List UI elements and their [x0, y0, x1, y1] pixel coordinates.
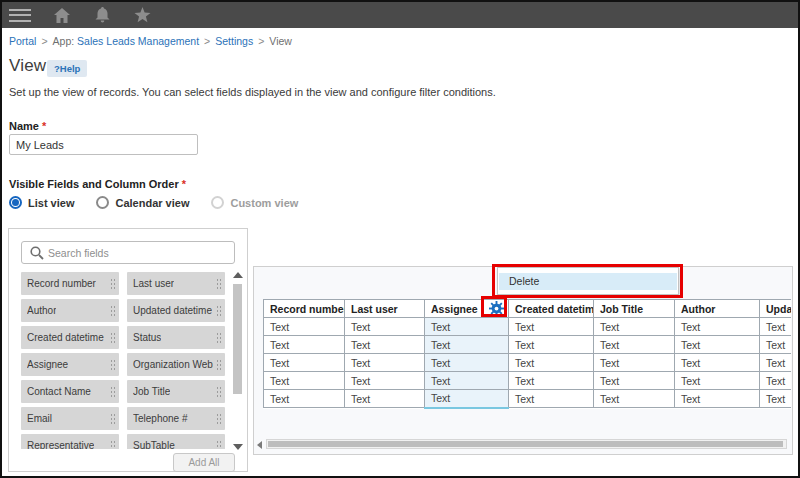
field-chip-label: Created datetime: [27, 332, 104, 343]
column-header-job-title[interactable]: Job Title: [594, 300, 675, 318]
table-cell: Text: [264, 336, 345, 354]
field-list-scrollbar[interactable]: [231, 272, 244, 450]
table-cell: Text: [675, 354, 760, 372]
drag-handle-icon[interactable]: [110, 440, 115, 449]
radio-label: List view: [28, 197, 74, 209]
breadcrumb-text: View: [269, 35, 292, 47]
field-chip[interactable]: Contact Name: [21, 380, 119, 403]
column-header-last-user[interactable]: Last user: [345, 300, 425, 318]
table-cell: Text: [760, 318, 792, 336]
table-cell: Text: [760, 372, 792, 390]
drag-handle-icon[interactable]: [110, 413, 115, 424]
field-chip[interactable]: Updated datetime: [127, 299, 225, 322]
scroll-left-icon[interactable]: [257, 441, 262, 449]
table-cell: Text: [509, 354, 594, 372]
breadcrumb-link[interactable]: Settings: [215, 35, 253, 47]
favorites-icon[interactable]: [133, 6, 151, 24]
table-cell: Text: [345, 390, 425, 408]
scrollbar-thumb[interactable]: [268, 441, 783, 447]
search-fields-box[interactable]: [21, 241, 235, 264]
table-row: TextTextTextTextTextTextText: [264, 336, 792, 354]
field-chip[interactable]: Last user: [127, 272, 225, 295]
scroll-down-icon[interactable]: [233, 444, 243, 450]
drag-handle-icon[interactable]: [216, 305, 221, 316]
column-header-label: Author: [681, 303, 715, 315]
column-header-assignee[interactable]: Assignee: [425, 300, 509, 318]
field-chip-label: Telephone #: [133, 413, 188, 424]
column-header-record-number[interactable]: Record number: [264, 300, 345, 318]
column-header-label: Assignee: [431, 303, 478, 315]
app-window: Portal>App: Sales Leads Management>Setti…: [0, 0, 800, 478]
scrollbar-thumb[interactable]: [233, 284, 242, 394]
column-header-author[interactable]: Author: [675, 300, 760, 318]
field-picker-panel: Record numberLast userAuthorUpdated date…: [8, 228, 248, 472]
field-chip[interactable]: Organization Website: [127, 353, 225, 376]
preview-horizontal-scrollbar[interactable]: [266, 439, 787, 449]
drag-handle-icon[interactable]: [216, 413, 221, 424]
field-chip[interactable]: Job Title: [127, 380, 225, 403]
table-cell: Text: [509, 372, 594, 390]
field-chip-label: Author: [27, 305, 56, 316]
drag-handle-icon[interactable]: [216, 386, 221, 397]
menu-icon[interactable]: [9, 9, 31, 22]
drag-handle-icon[interactable]: [110, 386, 115, 397]
drag-handle-icon[interactable]: [216, 440, 221, 449]
table-cell: Text: [345, 318, 425, 336]
table-cell: Text: [509, 318, 594, 336]
field-chip-label: Organization Website: [133, 359, 213, 370]
view-name-input[interactable]: [9, 134, 198, 155]
breadcrumb-link[interactable]: Portal: [9, 35, 36, 47]
table-cell: Text: [594, 354, 675, 372]
table-cell: Text: [675, 336, 760, 354]
field-chip[interactable]: Created datetime: [21, 326, 119, 349]
table-cell: Text: [264, 390, 345, 408]
view-type-radio-group: List viewCalendar viewCustom view: [9, 196, 320, 209]
table-cell: Text: [425, 390, 509, 408]
add-all-button[interactable]: Add All: [173, 453, 235, 472]
field-chip[interactable]: Representative: [21, 434, 119, 449]
radio-list-view[interactable]: List view: [9, 196, 74, 209]
breadcrumb-link[interactable]: Sales Leads Management: [77, 35, 199, 47]
table-cell: Text: [594, 318, 675, 336]
table-cell: Text: [675, 318, 760, 336]
radio-circle-icon[interactable]: [9, 196, 22, 209]
drag-handle-icon[interactable]: [216, 278, 221, 289]
breadcrumb-text: >: [41, 35, 47, 47]
drag-handle-icon[interactable]: [216, 332, 221, 343]
table-cell: Text: [509, 336, 594, 354]
table-cell: Text: [425, 372, 509, 390]
field-chip[interactable]: SubTable: [127, 434, 225, 449]
table-cell: Text: [425, 336, 509, 354]
breadcrumb-text: >: [258, 35, 264, 47]
table-cell: Text: [264, 318, 345, 336]
radio-circle-icon[interactable]: [96, 196, 109, 209]
radio-calendar-view[interactable]: Calendar view: [96, 196, 189, 209]
field-chip[interactable]: Email: [21, 407, 119, 430]
field-chip[interactable]: Assignee: [21, 353, 119, 376]
table-cell: Text: [760, 390, 792, 408]
table-cell: Text: [264, 372, 345, 390]
field-chip[interactable]: Record number: [21, 272, 119, 295]
drag-handle-icon[interactable]: [110, 332, 115, 343]
field-chip[interactable]: Author: [21, 299, 119, 322]
field-chip[interactable]: Telephone #: [127, 407, 225, 430]
delete-menu-item[interactable]: Delete: [499, 273, 677, 290]
home-icon[interactable]: [53, 6, 71, 24]
field-chip[interactable]: Status: [127, 326, 225, 349]
drag-handle-icon[interactable]: [216, 359, 221, 370]
table-cell: Text: [594, 336, 675, 354]
column-header-created-datetime[interactable]: Created datetime: [509, 300, 594, 318]
drag-handle-icon[interactable]: [110, 305, 115, 316]
drag-handle-icon[interactable]: [110, 359, 115, 370]
scroll-up-icon[interactable]: [233, 272, 243, 278]
drag-handle-icon[interactable]: [110, 278, 115, 289]
page-description: Set up the view of records. You can sele…: [9, 86, 496, 98]
search-icon: [30, 246, 44, 260]
visible-fields-label: Visible Fields and Column Order*: [9, 178, 186, 190]
notifications-icon[interactable]: [93, 6, 111, 24]
gear-icon[interactable]: [489, 301, 505, 317]
breadcrumb-text: App:: [53, 35, 75, 47]
help-link[interactable]: ?Help: [47, 60, 87, 77]
search-fields-input[interactable]: [48, 247, 234, 259]
column-header-updated-datetime[interactable]: Updated datetime: [760, 300, 792, 318]
